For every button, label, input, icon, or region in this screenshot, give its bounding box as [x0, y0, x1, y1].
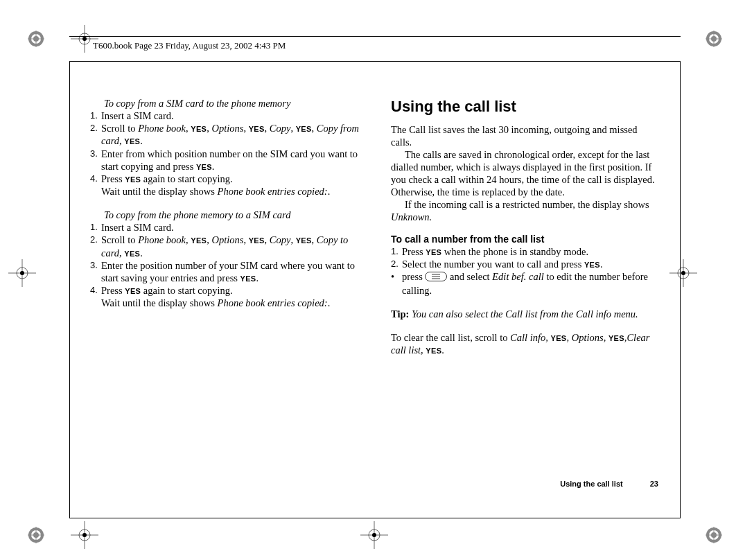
bullet-item: • press and select Edit bef. call to edi…: [391, 270, 660, 297]
list-item: 4. Press YES again to start copying.Wait…: [90, 173, 359, 198]
crop-mark-icon: [71, 521, 98, 549]
subheading: To call a number from the call list: [391, 234, 660, 246]
list-item: 4. Press YES again to start copying.Wait…: [90, 284, 359, 309]
tip-paragraph: Tip: You can also select the Call list f…: [391, 308, 660, 320]
heading: Using the call list: [391, 97, 660, 116]
list-item: 1. Insert a SIM card.: [90, 221, 359, 234]
page-footer: Using the call list 23: [560, 480, 658, 488]
svg-point-35: [82, 533, 87, 537]
header-rule: [69, 36, 681, 37]
section-title: To copy from the phone memory to a SIM c…: [104, 209, 359, 221]
list-item: 1. Press YES when the phone is in standb…: [391, 245, 660, 258]
registration-target-icon: [706, 527, 722, 543]
svg-point-31: [681, 271, 685, 275]
paragraph: The calls are saved in chronological ord…: [391, 148, 660, 199]
ordered-list: 1. Press YES when the phone is in standb…: [391, 245, 660, 297]
options-key-icon: [425, 272, 447, 284]
header-text: T600.book Page 23 Friday, August 23, 200…: [93, 40, 286, 51]
left-column: To copy from a SIM card to the phone mem…: [90, 97, 359, 484]
list-item: 3. Enter from which position number on t…: [90, 148, 359, 173]
paragraph: The Call list saves the last 30 incoming…: [391, 123, 660, 148]
crop-mark-icon: [8, 259, 36, 287]
content-area: To copy from a SIM card to the phone mem…: [90, 97, 660, 484]
registration-target-icon: [706, 30, 722, 47]
section-title: To copy from a SIM card to the phone mem…: [104, 97, 359, 110]
list-item: 2. Scroll to Phone book, YES, Options, Y…: [90, 122, 359, 147]
registration-target-icon: [28, 527, 44, 543]
ordered-list: 1. Insert a SIM card. 2. Scroll to Phone…: [90, 110, 359, 198]
registration-target-icon: [28, 30, 44, 47]
crop-mark-icon: [360, 521, 388, 549]
page-number: 23: [650, 480, 658, 488]
paragraph: To clear the call list, scroll to Call i…: [391, 331, 660, 356]
ordered-list: 1. Insert a SIM card. 2. Scroll to Phone…: [90, 221, 359, 309]
right-column: Using the call list The Call list saves …: [391, 97, 660, 484]
svg-point-39: [372, 533, 376, 537]
footer-label: Using the call list: [560, 480, 622, 488]
svg-point-27: [20, 271, 24, 275]
svg-point-23: [82, 37, 87, 41]
list-item: 3. Enter the position number of your SIM…: [90, 259, 359, 284]
list-item: 2. Select the number you want to call an…: [391, 258, 660, 270]
paragraph: If the incoming call is a restricted num…: [391, 198, 660, 223]
list-item: 1. Insert a SIM card.: [90, 110, 359, 122]
list-item: 2. Scroll to Phone book, YES, Options, Y…: [90, 234, 359, 259]
